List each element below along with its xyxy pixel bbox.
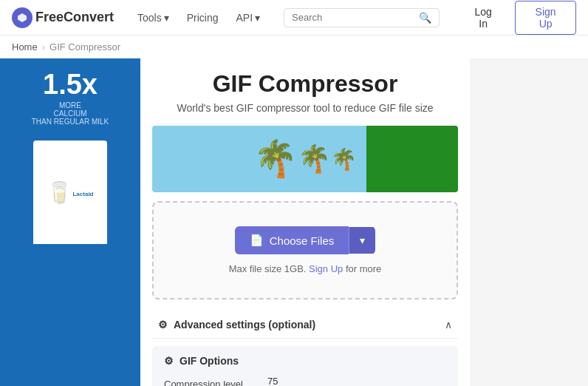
palm-tree-icon: 🌴: [253, 138, 298, 180]
gif-gear-icon: ⚙: [164, 355, 174, 367]
search-icon[interactable]: 🔍: [419, 12, 431, 24]
advanced-gear-icon: ⚙: [158, 319, 168, 331]
choose-files-button[interactable]: 📄 Choose Files: [235, 226, 349, 254]
upload-signup-link[interactable]: Sign Up: [309, 263, 343, 274]
right-advertisement: [470, 58, 588, 386]
choose-files-dropdown-button[interactable]: ▾: [349, 227, 375, 254]
advanced-settings-toggle[interactable]: ⚙ Advanced settings (optional) ∧: [152, 311, 458, 339]
logo-icon: [12, 7, 33, 28]
upload-note: Max file size 1GB. Sign Up for more: [229, 263, 382, 274]
breadcrumb-separator: ›: [42, 41, 45, 53]
compression-value: 75: [267, 376, 446, 386]
compression-level-label: Compression level: [164, 376, 253, 386]
logo[interactable]: FreeConvert: [12, 7, 114, 28]
compression-level-controls: 75 Applies lossy LZW compression. Defaul…: [267, 376, 446, 386]
ad-carton: 🥛 Lactaid: [33, 140, 107, 244]
gif-options-section: ⚙ GIF Options Compression level 75 Appli…: [152, 346, 458, 386]
nav-actions: Log In Sign Up: [457, 1, 576, 35]
breadcrumb-current: GIF Compressor: [49, 41, 120, 53]
left-advertisement: 1.5x MORECALCIUMTHAN REGULAR MILK 🥛 Lact…: [0, 58, 140, 386]
login-button[interactable]: Log In: [457, 1, 509, 34]
breadcrumb-home[interactable]: Home: [12, 41, 38, 53]
page-subtitle: World's best GIF compressor tool to redu…: [152, 102, 458, 114]
nav-links: Tools ▾ Pricing API ▾: [131, 7, 266, 28]
tools-chevron-icon: ▾: [164, 12, 169, 24]
search-input[interactable]: [292, 12, 414, 23]
nav-pricing[interactable]: Pricing: [181, 7, 225, 28]
breadcrumb: Home › GIF Compressor: [0, 35, 588, 58]
main-content: GIF Compressor World's best GIF compress…: [140, 58, 470, 386]
logo-text: FreeConvert: [35, 10, 114, 25]
page-layout: 1.5x MORECALCIUMTHAN REGULAR MILK 🥛 Lact…: [0, 58, 588, 386]
nav-api[interactable]: API ▾: [230, 7, 267, 28]
advanced-settings-section: ⚙ Advanced settings (optional) ∧ ⚙ GIF O…: [152, 311, 458, 386]
banner-advertisement: 🌴 🌴 🌴: [152, 126, 458, 192]
gif-options-header: ⚙ GIF Options: [164, 355, 446, 367]
ad-big-text: 1.5x: [43, 70, 98, 98]
ad-sub-text: MORECALCIUMTHAN REGULAR MILK: [32, 101, 109, 126]
nav-tools[interactable]: Tools ▾: [131, 7, 175, 28]
signup-button[interactable]: Sign Up: [515, 1, 576, 35]
page-title: GIF Compressor: [152, 70, 458, 98]
api-chevron-icon: ▾: [255, 12, 260, 24]
advanced-chevron-icon: ∧: [445, 319, 452, 331]
navbar: FreeConvert Tools ▾ Pricing API ▾ 🔍 Log …: [0, 0, 588, 35]
palm-tree-icon-2: 🌴: [298, 143, 331, 175]
compression-level-row: Compression level 75 Applies lossy LZW c…: [164, 376, 446, 386]
dropdown-chevron-icon: ▾: [360, 234, 365, 246]
choose-files-button-group: 📄 Choose Files ▾: [235, 226, 376, 254]
upload-box: 📄 Choose Files ▾ Max file size 1GB. Sign…: [152, 201, 458, 299]
search-box: 🔍: [284, 8, 440, 27]
palm-tree-icon-3: 🌴: [331, 147, 357, 172]
advanced-settings-header-left: ⚙ Advanced settings (optional): [158, 319, 315, 331]
file-icon: 📄: [250, 234, 264, 247]
